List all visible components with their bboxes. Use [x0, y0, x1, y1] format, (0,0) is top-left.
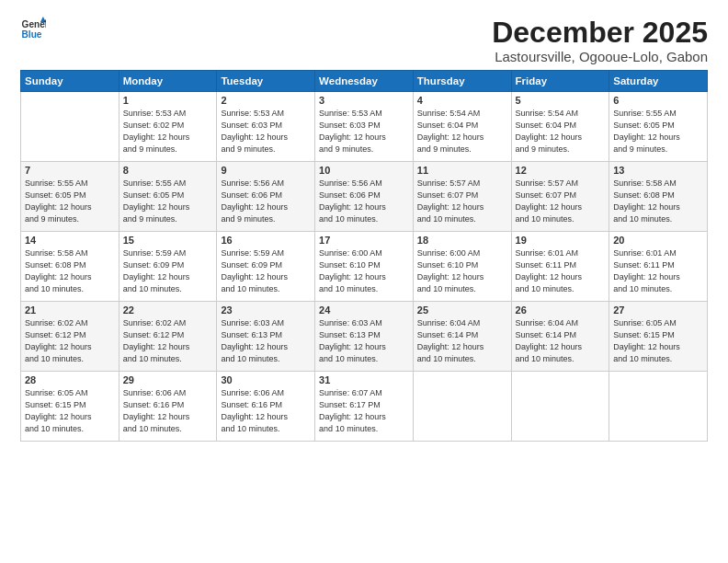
logo-icon: General Blue [20, 17, 46, 42]
calendar-cell: 13Sunrise: 5:58 AM Sunset: 6:08 PM Dayli… [609, 162, 708, 232]
day-info: Sunrise: 5:55 AM Sunset: 6:05 PM Dayligh… [25, 178, 115, 225]
week-row-3: 14Sunrise: 5:58 AM Sunset: 6:08 PM Dayli… [21, 232, 708, 302]
calendar-cell: 24Sunrise: 6:03 AM Sunset: 6:13 PM Dayli… [315, 302, 414, 372]
calendar-cell: 8Sunrise: 5:55 AM Sunset: 6:05 PM Daylig… [119, 162, 217, 232]
day-info: Sunrise: 6:02 AM Sunset: 6:12 PM Dayligh… [25, 317, 115, 365]
calendar-cell: 20Sunrise: 6:01 AM Sunset: 6:11 PM Dayli… [609, 232, 708, 302]
day-info: Sunrise: 5:55 AM Sunset: 6:05 PM Dayligh… [613, 108, 703, 155]
day-info: Sunrise: 5:54 AM Sunset: 6:04 PM Dayligh… [516, 108, 606, 155]
day-info: Sunrise: 6:01 AM Sunset: 6:11 PM Dayligh… [516, 247, 606, 295]
day-info: Sunrise: 5:56 AM Sunset: 6:06 PM Dayligh… [319, 178, 409, 225]
calendar-cell: 9Sunrise: 5:56 AM Sunset: 6:06 PM Daylig… [217, 162, 315, 232]
day-number: 10 [319, 165, 409, 176]
day-number: 31 [319, 374, 409, 385]
day-info: Sunrise: 5:58 AM Sunset: 6:08 PM Dayligh… [25, 247, 115, 295]
day-number: 15 [123, 235, 213, 246]
day-number: 8 [123, 165, 213, 176]
calendar-cell: 21Sunrise: 6:02 AM Sunset: 6:12 PM Dayli… [21, 302, 119, 372]
calendar-cell: 18Sunrise: 6:00 AM Sunset: 6:10 PM Dayli… [413, 232, 511, 302]
day-number: 29 [123, 374, 213, 385]
col-header-tuesday: Tuesday [217, 71, 315, 92]
calendar-cell: 15Sunrise: 5:59 AM Sunset: 6:09 PM Dayli… [119, 232, 217, 302]
day-info: Sunrise: 6:01 AM Sunset: 6:11 PM Dayligh… [613, 247, 703, 295]
calendar-cell: 25Sunrise: 6:04 AM Sunset: 6:14 PM Dayli… [413, 302, 511, 372]
week-row-4: 21Sunrise: 6:02 AM Sunset: 6:12 PM Dayli… [21, 302, 708, 372]
day-number: 18 [417, 235, 507, 246]
day-info: Sunrise: 6:04 AM Sunset: 6:14 PM Dayligh… [417, 317, 507, 365]
main-title: December 2025 [492, 17, 708, 49]
day-number: 13 [613, 165, 703, 176]
calendar-cell: 26Sunrise: 6:04 AM Sunset: 6:14 PM Dayli… [511, 302, 609, 372]
day-number: 5 [516, 95, 606, 106]
calendar-cell: 16Sunrise: 5:59 AM Sunset: 6:09 PM Dayli… [217, 232, 315, 302]
day-info: Sunrise: 6:05 AM Sunset: 6:15 PM Dayligh… [25, 387, 115, 435]
calendar-cell: 27Sunrise: 6:05 AM Sunset: 6:15 PM Dayli… [609, 302, 708, 372]
day-number: 25 [417, 304, 507, 316]
calendar-cell: 1Sunrise: 5:53 AM Sunset: 6:02 PM Daylig… [119, 92, 217, 162]
calendar-cell: 11Sunrise: 5:57 AM Sunset: 6:07 PM Dayli… [413, 162, 511, 232]
col-header-thursday: Thursday [413, 71, 511, 92]
day-number: 17 [319, 235, 409, 246]
day-number: 28 [25, 374, 115, 385]
calendar-cell [413, 372, 511, 442]
col-header-saturday: Saturday [609, 71, 708, 92]
day-number: 1 [123, 95, 213, 106]
day-info: Sunrise: 6:07 AM Sunset: 6:17 PM Dayligh… [319, 387, 409, 435]
day-number: 11 [417, 165, 507, 176]
calendar-table: SundayMondayTuesdayWednesdayThursdayFrid… [20, 70, 708, 442]
day-info: Sunrise: 6:02 AM Sunset: 6:12 PM Dayligh… [123, 317, 213, 365]
day-info: Sunrise: 6:00 AM Sunset: 6:10 PM Dayligh… [417, 247, 507, 295]
calendar-page: General Blue December 2025 Lastoursville… [0, 0, 728, 563]
calendar-cell [609, 372, 708, 442]
day-info: Sunrise: 6:03 AM Sunset: 6:13 PM Dayligh… [319, 317, 409, 365]
week-row-1: 1Sunrise: 5:53 AM Sunset: 6:02 PM Daylig… [21, 92, 708, 162]
calendar-cell: 12Sunrise: 5:57 AM Sunset: 6:07 PM Dayli… [511, 162, 609, 232]
calendar-cell: 28Sunrise: 6:05 AM Sunset: 6:15 PM Dayli… [21, 372, 119, 442]
subtitle: Lastoursville, Ogooue-Lolo, Gabon [492, 49, 708, 64]
day-number: 19 [516, 235, 606, 246]
day-info: Sunrise: 6:06 AM Sunset: 6:16 PM Dayligh… [123, 387, 213, 435]
calendar-cell: 22Sunrise: 6:02 AM Sunset: 6:12 PM Dayli… [119, 302, 217, 372]
col-header-sunday: Sunday [21, 71, 119, 92]
calendar-cell: 10Sunrise: 5:56 AM Sunset: 6:06 PM Dayli… [315, 162, 414, 232]
day-number: 9 [221, 165, 311, 176]
day-info: Sunrise: 5:55 AM Sunset: 6:05 PM Dayligh… [123, 178, 213, 225]
day-number: 27 [613, 304, 703, 316]
calendar-cell [21, 92, 119, 162]
week-row-5: 28Sunrise: 6:05 AM Sunset: 6:15 PM Dayli… [21, 372, 708, 442]
calendar-cell: 7Sunrise: 5:55 AM Sunset: 6:05 PM Daylig… [21, 162, 119, 232]
col-header-friday: Friday [511, 71, 609, 92]
calendar-cell: 17Sunrise: 6:00 AM Sunset: 6:10 PM Dayli… [315, 232, 414, 302]
calendar-cell: 5Sunrise: 5:54 AM Sunset: 6:04 PM Daylig… [511, 92, 609, 162]
day-info: Sunrise: 5:53 AM Sunset: 6:03 PM Dayligh… [221, 108, 311, 155]
day-info: Sunrise: 5:57 AM Sunset: 6:07 PM Dayligh… [417, 178, 507, 225]
day-number: 22 [123, 304, 213, 316]
day-info: Sunrise: 5:53 AM Sunset: 6:03 PM Dayligh… [319, 108, 409, 155]
calendar-cell [511, 372, 609, 442]
logo: General Blue [20, 17, 46, 42]
header-row: SundayMondayTuesdayWednesdayThursdayFrid… [21, 71, 708, 92]
day-info: Sunrise: 6:00 AM Sunset: 6:10 PM Dayligh… [319, 247, 409, 295]
day-number: 14 [25, 235, 115, 246]
day-info: Sunrise: 6:05 AM Sunset: 6:15 PM Dayligh… [613, 317, 703, 365]
day-number: 23 [221, 304, 311, 316]
calendar-cell: 6Sunrise: 5:55 AM Sunset: 6:05 PM Daylig… [609, 92, 708, 162]
week-row-2: 7Sunrise: 5:55 AM Sunset: 6:05 PM Daylig… [21, 162, 708, 232]
calendar-cell: 31Sunrise: 6:07 AM Sunset: 6:17 PM Dayli… [315, 372, 414, 442]
day-info: Sunrise: 6:04 AM Sunset: 6:14 PM Dayligh… [516, 317, 606, 365]
col-header-wednesday: Wednesday [315, 71, 414, 92]
day-number: 21 [25, 304, 115, 316]
day-info: Sunrise: 5:57 AM Sunset: 6:07 PM Dayligh… [516, 178, 606, 225]
day-number: 30 [221, 374, 311, 385]
day-number: 7 [25, 165, 115, 176]
day-number: 24 [319, 304, 409, 316]
title-block: December 2025 Lastoursville, Ogooue-Lolo… [492, 17, 708, 64]
calendar-cell: 4Sunrise: 5:54 AM Sunset: 6:04 PM Daylig… [413, 92, 511, 162]
calendar-cell: 19Sunrise: 6:01 AM Sunset: 6:11 PM Dayli… [511, 232, 609, 302]
col-header-monday: Monday [119, 71, 217, 92]
calendar-cell: 3Sunrise: 5:53 AM Sunset: 6:03 PM Daylig… [315, 92, 414, 162]
header: General Blue December 2025 Lastoursville… [20, 17, 708, 64]
day-number: 26 [516, 304, 606, 316]
day-info: Sunrise: 5:59 AM Sunset: 6:09 PM Dayligh… [221, 247, 311, 295]
day-number: 16 [221, 235, 311, 246]
